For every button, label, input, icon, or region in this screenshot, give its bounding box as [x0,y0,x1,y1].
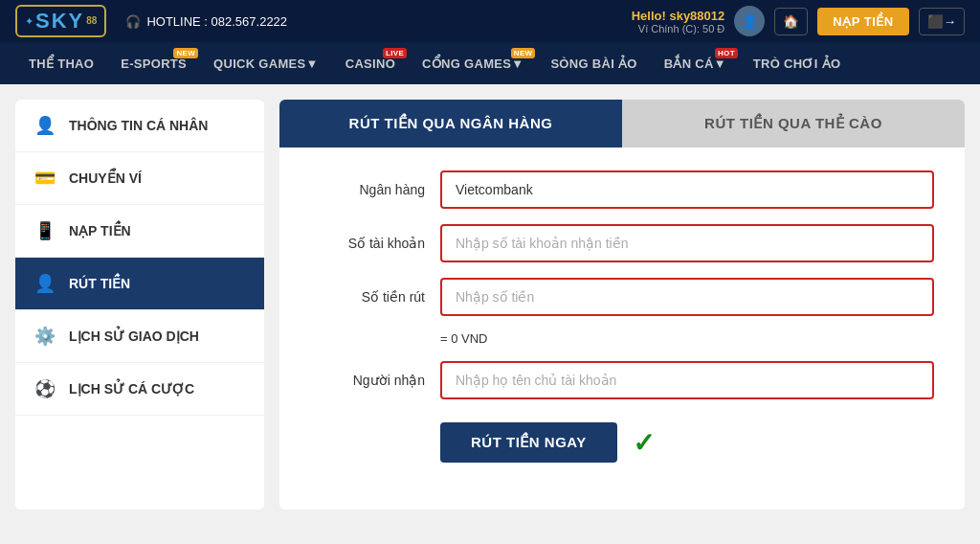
amount-label: Số tiền rút [310,289,425,305]
account-input[interactable] [440,224,934,262]
nav-item-ban-ca[interactable]: BẮN CÁ HOT ▼ [651,42,740,84]
rut-tien-icon: 👤 [34,273,56,294]
casino-badge: LIVE [383,48,407,58]
person-icon: 👤 [34,115,56,136]
nav-item-tro-choi-ao[interactable]: TRÒ CHƠI ẢO [740,42,854,84]
sidebar-item-chuyen-vi[interactable]: 💳 CHUYỂN VÍ [15,152,264,205]
nav-item-quick-games[interactable]: QUICK GAMES ▼ [200,42,332,84]
logout-button[interactable]: ⬛→ [919,8,965,35]
header-top: ✦ SKY 88 🎧 HOTLINE : 082.567.2222 Hello!… [0,0,980,42]
sidebar-item-nap-tien[interactable]: 📱 NẠP TIỀN [15,205,264,258]
nav-item-song-bai-ao[interactable]: SÒNG BÀI ẢO [537,42,650,84]
user-info: Hello! sky88012 Ví Chính (C): 50 Đ [632,9,725,34]
amount-input[interactable] [440,278,934,316]
quick-games-arrow: ▼ [306,57,319,71]
phone-icon: 📱 [34,220,56,241]
user-icon-button[interactable]: 🏠 [774,8,808,35]
bank-input[interactable] [440,170,934,209]
tab-the-cao[interactable]: RÚT TIỀN QUA THẺ CÀO [622,100,965,147]
history-icon: ⚙️ [34,326,56,347]
sidebar-item-rut-tien[interactable]: 👤 RÚT TIỀN [15,258,264,310]
logo-area: ✦ SKY 88 🎧 HOTLINE : 082.567.2222 [15,5,287,37]
nav-item-the-thao[interactable]: THỂ THAO [15,42,107,84]
bank-label: Ngân hàng [310,182,425,197]
bank-row: Ngân hàng [310,170,934,209]
form-actions: RÚT TIỀN NGAY ✓ [440,422,934,463]
main-panel: RÚT TIỀN QUA NGÂN HÀNG RÚT TIỀN QUA THẺ … [279,100,965,510]
checkmark-icon: ✓ [633,427,655,459]
wallet-icon: 💳 [34,168,56,189]
hotline-text: HOTLINE : 082.567.2222 [146,14,287,29]
nav-item-casino[interactable]: CASINO LIVE [332,42,409,84]
tabs: RÚT TIỀN QUA NGÂN HÀNG RÚT TIỀN QUA THẺ … [279,100,965,147]
receiver-row: Người nhận [310,361,934,399]
user-balance: Ví Chính (C): 50 Đ [632,23,725,34]
account-label: Số tài khoản [310,236,425,251]
amount-row: Số tiền rút [310,278,934,316]
account-row: Số tài khoản [310,224,934,262]
tab-ngan-hang[interactable]: RÚT TIỀN QUA NGÂN HÀNG [279,100,622,147]
nap-tien-button[interactable]: NẠP TIỀN [817,8,908,35]
ban-ca-badge: HOT [715,48,738,58]
amount-note: = 0 VND [440,331,934,346]
sidebar-item-thong-tin[interactable]: 👤 THÔNG TIN CÁ NHÂN [15,100,264,152]
content: 👤 THÔNG TIN CÁ NHÂN 💳 CHUYỂN VÍ 📱 NẠP TI… [0,84,980,525]
sidebar-item-lich-su-ca-cuoc[interactable]: ⚽ LỊCH SỬ CÁ CƯỢC [15,363,264,416]
hotline-area: 🎧 HOTLINE : 082.567.2222 [125,14,287,29]
headphone-icon: 🎧 [125,14,141,29]
logo-88: 88 [86,16,97,26]
user-greeting: Hello! sky88012 [632,9,725,23]
receiver-label: Người nhận [310,373,425,388]
sidebar-item-lich-su-giao-dich[interactable]: ⚙️ LỊCH SỬ GIAO DỊCH [15,310,264,363]
nav-item-cong-games[interactable]: CỔNG GAMES NEW ▼ [409,42,537,84]
logo: ✦ SKY 88 [15,5,106,37]
nav-item-esports[interactable]: E-SPORTS NEW [107,42,200,84]
sidebar: 👤 THÔNG TIN CÁ NHÂN 💳 CHUYỂN VÍ 📱 NẠP TI… [15,100,264,510]
receiver-input[interactable] [440,361,934,399]
submit-button[interactable]: RÚT TIỀN NGAY [440,422,617,463]
cong-games-badge: NEW [511,48,536,58]
logo-sky: SKY [35,11,84,32]
nav-bar: THỂ THAO E-SPORTS NEW QUICK GAMES ▼ CASI… [0,42,980,84]
form-area: Ngân hàng Số tài khoản Số tiền rút = 0 V… [279,147,965,486]
esports-badge: NEW [173,48,198,58]
bet-history-icon: ⚽ [34,378,56,399]
avatar: 👤 [734,6,765,36]
header-right: Hello! sky88012 Ví Chính (C): 50 Đ 👤 🏠 N… [632,6,965,36]
